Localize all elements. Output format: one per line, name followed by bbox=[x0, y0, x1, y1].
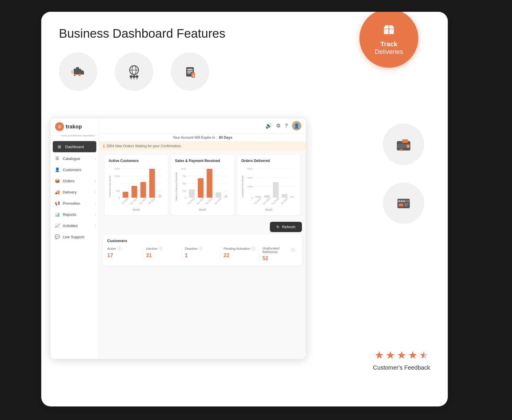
promotion-icon: 📢 bbox=[54, 201, 60, 206]
sidebar-item-label: Delivery bbox=[63, 190, 77, 194]
sidebar: ⊙ trakop Track your Business Operations … bbox=[50, 118, 99, 359]
star-5-half: ★ bbox=[419, 349, 429, 361]
package-icon bbox=[381, 21, 396, 39]
svg-rect-50 bbox=[140, 182, 146, 198]
stat-deactive-label: Deactive i bbox=[185, 247, 217, 251]
sales-payment-x-label: Month bbox=[175, 208, 230, 211]
svg-text:200k: 200k bbox=[247, 185, 253, 188]
svg-rect-69 bbox=[207, 169, 212, 198]
user-avatar[interactable]: 👤 bbox=[292, 121, 301, 130]
svg-text:400k: 400k bbox=[247, 176, 253, 179]
svg-text:Nov-2024: Nov-2024 bbox=[129, 197, 138, 204]
activities-icon: 📈 bbox=[54, 223, 60, 228]
svg-rect-88 bbox=[291, 196, 294, 198]
reports-icon: 📊 bbox=[54, 212, 60, 217]
sidebar-item-catalogue[interactable]: ☰ Catalogue › bbox=[50, 153, 99, 164]
svg-text:Dec-2024: Dec-2024 bbox=[138, 197, 147, 204]
logo-text: trakop bbox=[66, 124, 82, 130]
svg-text:0: 0 bbox=[185, 196, 186, 199]
active-customers-y-label: Customer Per Month bbox=[109, 176, 111, 197]
right-circles: $ bbox=[383, 124, 424, 224]
delivery-feature-icon bbox=[59, 52, 97, 91]
stat-unallocated-label: Unallocated Addresses i bbox=[262, 247, 295, 254]
star-1: ★ bbox=[374, 349, 384, 361]
logo-icon: ⊙ bbox=[55, 122, 64, 131]
chevron-right-icon: › bbox=[95, 179, 96, 183]
expiry-days: 80 Days bbox=[219, 135, 232, 140]
sidebar-item-label: Customers bbox=[63, 168, 81, 172]
info-icon: i bbox=[117, 247, 121, 251]
active-customers-x-label: Month bbox=[109, 208, 164, 211]
chevron-right-icon: › bbox=[95, 191, 96, 194]
svg-text:75k: 75k bbox=[182, 175, 187, 178]
svg-rect-19 bbox=[187, 69, 193, 70]
sidebar-item-label: Dashboard bbox=[65, 145, 84, 149]
svg-rect-87 bbox=[282, 194, 288, 198]
info-icon: i bbox=[291, 248, 295, 252]
sidebar-item-label: Activities bbox=[63, 224, 78, 228]
svg-point-36 bbox=[398, 200, 400, 202]
svg-point-12 bbox=[130, 75, 133, 78]
refresh-button[interactable]: ↻ Refresh bbox=[270, 222, 302, 232]
sales-payment-chart: Sales & Payment Received Sales & Payment… bbox=[171, 155, 234, 215]
charts-container: Active Customers Customer Per Month bbox=[99, 151, 306, 219]
svg-text:Jan-2025: Jan-2025 bbox=[214, 197, 222, 204]
chevron-right-icon: › bbox=[95, 224, 96, 227]
svg-rect-48 bbox=[123, 192, 128, 198]
help-icon[interactable]: ? bbox=[285, 123, 288, 129]
sidebar-item-dashboard[interactable]: ⊞ Dashboard bbox=[53, 141, 96, 152]
svg-text:100k: 100k bbox=[181, 167, 187, 170]
sidebar-item-orders[interactable]: 📦 Orders › bbox=[50, 175, 99, 186]
svg-text:2500: 2500 bbox=[115, 175, 120, 178]
svg-text:Dec-2024: Dec-2024 bbox=[271, 197, 280, 204]
stat-active-label: Active i bbox=[107, 247, 140, 251]
star-3: ★ bbox=[397, 349, 406, 361]
track-label: Track bbox=[380, 40, 397, 48]
svg-point-38 bbox=[403, 200, 405, 202]
stat-pending-value: 22 bbox=[224, 252, 256, 259]
sidebar-item-promotion[interactable]: 📢 Promotion › bbox=[50, 198, 99, 209]
svg-rect-20 bbox=[187, 71, 193, 72]
svg-text:0: 0 bbox=[119, 196, 120, 199]
stat-inactive: Inactive i 31 bbox=[143, 247, 182, 262]
sidebar-item-livesupport[interactable]: 💬 Live Support bbox=[50, 231, 99, 242]
stat-active: Active i 17 bbox=[107, 247, 143, 262]
svg-point-14 bbox=[136, 75, 138, 78]
svg-text:Jan-2025: Jan-2025 bbox=[147, 197, 156, 204]
reports-feature-icon: $ bbox=[171, 52, 209, 91]
svg-rect-34 bbox=[404, 204, 409, 204]
customers-stats: Active i 17 Inactive i 31 bbox=[107, 247, 298, 262]
svg-text:4800: 4800 bbox=[115, 167, 120, 170]
star-rating: ★ ★ ★ ★ ★ bbox=[373, 349, 430, 361]
svg-point-7 bbox=[74, 74, 76, 76]
settings-icon[interactable]: ⚙ bbox=[276, 123, 281, 129]
svg-rect-30 bbox=[401, 148, 402, 151]
chevron-right-icon: › bbox=[95, 213, 96, 216]
sidebar-item-reports[interactable]: 📊 Reports › bbox=[50, 209, 99, 220]
sidebar-item-label: Promotion bbox=[63, 201, 80, 206]
main-content: 🔊 ⚙ ? 👤 Your Account Will Expire in : 80… bbox=[99, 118, 306, 359]
sidebar-item-activities[interactable]: 📈 Activities › bbox=[50, 220, 99, 231]
svg-rect-67 bbox=[189, 189, 194, 198]
sidebar-nav: ⊞ Dashboard ☰ Catalogue › 👤 Customers 📦 … bbox=[50, 138, 99, 245]
sidebar-tagline: Track your Business Operations bbox=[61, 134, 99, 138]
svg-rect-33 bbox=[399, 204, 403, 206]
info-icon: ℹ bbox=[103, 144, 105, 148]
svg-rect-21 bbox=[187, 72, 191, 73]
feedback-label: Customer's Feedback bbox=[373, 364, 430, 371]
svg-point-8 bbox=[78, 74, 81, 76]
sound-icon[interactable]: 🔊 bbox=[265, 123, 272, 129]
livesupport-icon: 💬 bbox=[54, 234, 60, 239]
catalogue-icon: ☰ bbox=[54, 156, 60, 161]
svg-rect-49 bbox=[131, 186, 137, 198]
svg-rect-71 bbox=[224, 195, 228, 198]
orders-delivered-chart: Orders Delivered Customer Per Month 600k… bbox=[237, 155, 300, 215]
top-bar: 🔊 ⚙ ? 👤 bbox=[99, 118, 306, 134]
svg-rect-68 bbox=[198, 178, 203, 198]
expiry-text: Your Account Will Expire in : bbox=[173, 135, 217, 140]
svg-rect-25 bbox=[402, 139, 408, 143]
svg-point-37 bbox=[401, 200, 402, 202]
sidebar-item-customers[interactable]: 👤 Customers bbox=[50, 164, 99, 175]
stat-deactive-value: 1 bbox=[185, 252, 217, 259]
sidebar-item-delivery[interactable]: 🚚 Delivery › bbox=[50, 186, 99, 198]
